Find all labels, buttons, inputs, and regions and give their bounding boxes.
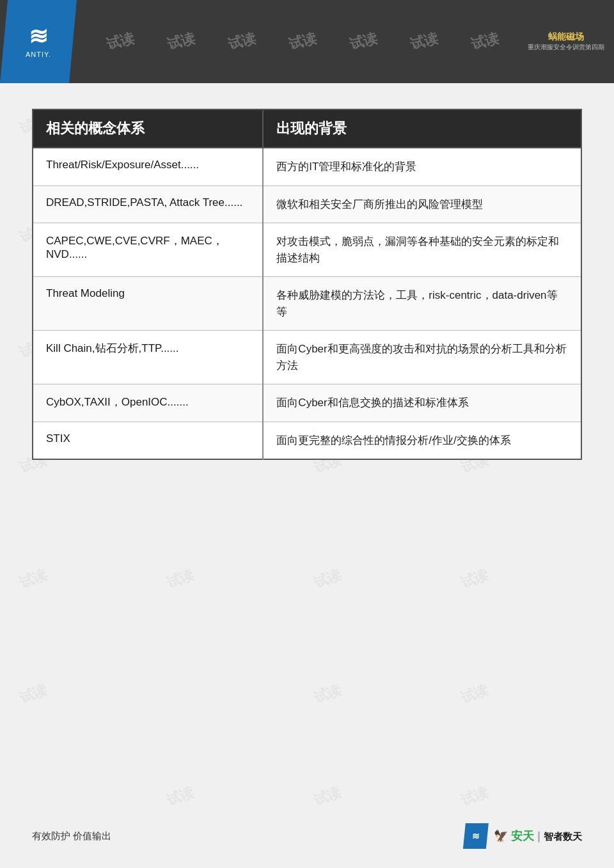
bwm-23: 试读 [458,782,491,810]
bwm-17: 试读 [458,565,491,592]
table-cell-background: 对攻击模式，脆弱点，漏洞等各种基础的安全元素的标定和描述结构 [263,223,581,277]
table-row: Kill Chain,钻石分析,TTP......面向Cyber和更高强度的攻击… [33,331,581,384]
table-cell-concept: DREAD,STRIDE,PASTA, Attack Tree...... [33,185,263,223]
header-brand-top: 蜗能磁场 [548,31,584,43]
table-cell-concept: Threat/Risk/Exposure/Asset...... [33,148,263,185]
bwm-20: 试读 [458,680,491,707]
bwm-18: 试读 [17,680,50,707]
table-row: Threat Modeling各种威胁建模的方法论，工具，risk-centri… [33,277,581,331]
footer-brand-text: 🦅 安天 | 智者数天 [494,828,582,844]
header: ≋ ANTIY. 试读 试读 试读 试读 试读 试读 试读 蜗能磁场 重庆潮服安… [0,0,614,83]
footer: 有效防护 价值输出 ≋ 🦅 安天 | 智者数天 [0,823,614,849]
table-cell-concept: CAPEC,CWE,CVE,CVRF，MAEC，NVD...... [33,223,263,277]
footer-logo-icon: ≋ [463,823,489,849]
table-cell-concept: Threat Modeling [33,277,263,331]
table-cell-concept: CybOX,TAXII，OpenIOC....... [33,384,263,422]
col2-header: 出现的背景 [263,109,581,148]
bwm-22: 试读 [311,782,344,810]
logo-icon: ≋ [29,25,48,48]
footer-logo-symbol: ≋ [472,831,480,841]
watermark-7: 试读 [468,29,500,54]
header-right-brand: 蜗能磁场 重庆潮服安全令训营第四期 [528,16,604,67]
footer-brand-name: 安天 [511,830,534,842]
table-row: CybOX,TAXII，OpenIOC.......面向Cyber和信息交换的描… [33,384,581,422]
bwm-16: 试读 [311,565,344,592]
watermark-4: 试读 [286,29,318,54]
table-cell-background: 西方的IT管理和标准化的背景 [263,148,581,185]
watermark-5: 试读 [347,29,379,54]
footer-brand-suffix: 智者数天 [544,831,582,842]
table-cell-background: 面向Cyber和更高强度的攻击和对抗的场景的分析工具和分析方法 [263,331,581,384]
logo: ≋ ANTIY. [0,0,77,83]
table-row: DREAD,STRIDE,PASTA, Attack Tree......微软和… [33,185,581,223]
bwm-21: 试读 [164,782,197,810]
watermark-1: 试读 [104,29,136,54]
table-cell-background: 面向更完整的综合性的情报分析/作业/交换的体系 [263,422,581,459]
bwm-14: 试读 [17,565,50,592]
header-watermarks: 试读 试读 试读 试读 试读 试读 试读 [77,32,528,51]
main-content: 相关的概念体系 出现的背景 Threat/Risk/Exposure/Asset… [0,83,614,479]
watermark-2: 试读 [164,29,196,54]
bwm-15: 试读 [164,565,197,592]
table-row: CAPEC,CWE,CVE,CVRF，MAEC，NVD......对攻击模式，脆… [33,223,581,277]
footer-divider: | [537,830,540,842]
table-row: STIX面向更完整的综合性的情报分析/作业/交换的体系 [33,422,581,459]
watermark-3: 试读 [225,29,257,54]
concept-table: 相关的概念体系 出现的背景 Threat/Risk/Exposure/Asset… [32,109,582,460]
watermark-6: 试读 [407,29,439,54]
footer-slogan: 有效防护 价值输出 [32,830,111,842]
logo-text: ANTIY. [26,51,51,58]
table-cell-background: 各种威胁建模的方法论，工具，risk-centric，data-driven等等 [263,277,581,331]
bwm-19: 试读 [311,680,344,707]
col1-header: 相关的概念体系 [33,109,263,148]
table-row: Threat/Risk/Exposure/Asset......西方的IT管理和… [33,148,581,185]
footer-brand-prefix: 🦅 [494,830,508,842]
table-cell-background: 面向Cyber和信息交换的描述和标准体系 [263,384,581,422]
header-brand-bottom: 重庆潮服安全令训营第四期 [528,43,604,52]
table-cell-concept: Kill Chain,钻石分析,TTP...... [33,331,263,384]
table-cell-background: 微软和相关安全厂商所推出的风险管理模型 [263,185,581,223]
footer-brand: ≋ 🦅 安天 | 智者数天 [463,823,582,849]
table-cell-concept: STIX [33,422,263,459]
